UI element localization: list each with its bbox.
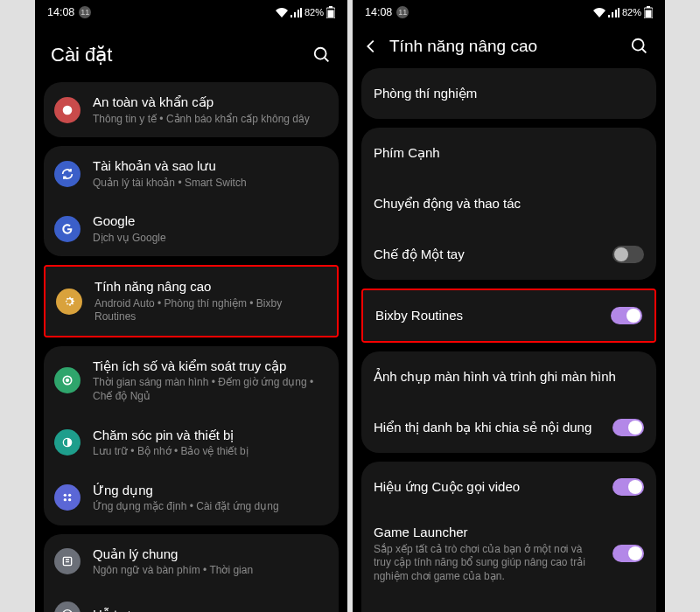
row-support[interactable]: ? Hỗ trợ xyxy=(44,589,339,612)
row-accounts[interactable]: Tài khoản và sao lưu Quản lý tài khoản •… xyxy=(44,146,339,201)
row-sidekey[interactable]: Phím Cạnh xyxy=(361,128,656,178)
general-icon xyxy=(54,548,80,574)
row-subtitle: Ngôn ngữ và bàn phím • Thời gian xyxy=(93,564,326,578)
battery-icon xyxy=(326,6,335,18)
toggle-onehanded[interactable] xyxy=(612,246,644,263)
toggle-bixby-routines[interactable] xyxy=(611,307,642,324)
wifi-icon xyxy=(593,8,606,17)
row-title: Google xyxy=(93,212,326,230)
gear-icon xyxy=(56,289,82,315)
row-google[interactable]: Google Dịch vụ Google xyxy=(44,201,339,256)
row-safety[interactable]: An toàn và khẩn cấp Thông tin y tế • Cản… xyxy=(44,82,339,137)
battery-percent: 82% xyxy=(622,7,641,17)
svg-point-11 xyxy=(64,498,66,501)
row-subtitle: Sắp xếp tất cả trò chơi của bạn ở một nơ… xyxy=(374,543,600,584)
card-input: Phím Cạnh Chuyển động và thao tác Chế độ… xyxy=(361,128,656,280)
phone-right-advanced: 14:08 11 82% Tính năng nâng cao xyxy=(353,0,665,612)
svg-line-22 xyxy=(642,49,647,53)
row-game-launcher[interactable]: Game Launcher Sắp xếp tất cả trò chơi củ… xyxy=(361,512,656,595)
row-title: Phím Cạnh xyxy=(374,144,644,162)
svg-point-3 xyxy=(315,48,326,59)
row-title: Phòng thí nghiệm xyxy=(374,85,644,102)
row-onehanded[interactable]: Chế độ Một tay xyxy=(361,229,656,280)
row-labs[interactable]: Phòng thí nghiệm xyxy=(361,68,656,119)
row-motions[interactable]: Chuyển động và thao tác xyxy=(361,178,656,229)
card-misc: Hiệu ứng Cuộc gọi video Game Launcher Sắ… xyxy=(361,462,656,612)
phone-left-settings: 14:08 11 82% Cài đặt An to xyxy=(35,0,347,612)
row-title: Ảnh chụp màn hình và trình ghi màn hình xyxy=(374,368,644,386)
card-wellbeing: Tiện ích số và kiểm soát truy cập Thời g… xyxy=(44,346,339,525)
row-apps[interactable]: Ứng dụng Ứng dụng mặc định • Cài đặt ứng… xyxy=(44,470,339,525)
search-icon[interactable] xyxy=(312,45,332,65)
apps-icon xyxy=(54,484,80,511)
wellbeing-icon xyxy=(54,367,80,393)
svg-rect-20 xyxy=(646,10,652,18)
row-devicecare[interactable]: Chăm sóc pin và thiết bị Lưu trữ • Bộ nh… xyxy=(44,415,339,470)
row-title: Hiệu ứng Cuộc gọi video xyxy=(374,478,600,496)
row-subtitle: Dịch vụ Google xyxy=(93,232,326,246)
card-safety: An toàn và khẩn cấp Thông tin y tế • Cản… xyxy=(44,82,339,137)
row-subtitle: Thông tin y tế • Cảnh báo khẩn cấp không… xyxy=(93,113,326,127)
row-subtitle: Quản lý tài khoản • Smart Switch xyxy=(93,177,326,191)
row-subtitle: Android Auto • Phòng thí nghiệm • Bixby … xyxy=(94,297,325,324)
row-dual-messenger[interactable]: Dual Messenger xyxy=(361,595,656,612)
notification-count-icon: 11 xyxy=(396,6,409,18)
toggle-share-contacts[interactable] xyxy=(612,419,644,436)
advanced-header: Tính năng nâng cao xyxy=(353,24,665,68)
highlight-bixby: Bixby Routines xyxy=(361,289,656,343)
status-bar: 14:08 11 82% xyxy=(35,0,347,24)
row-title: Quản lý chung xyxy=(93,546,326,563)
back-icon[interactable] xyxy=(361,37,381,56)
toggle-videocall-effects[interactable] xyxy=(612,478,644,496)
card-labs: Phòng thí nghiệm xyxy=(361,68,656,119)
status-bar: 14:08 11 82% xyxy=(353,0,665,24)
signal-icon xyxy=(290,8,302,17)
wifi-icon xyxy=(276,8,288,17)
row-title: Hiển thị danh bạ khi chia sẻ nội dung xyxy=(374,419,600,436)
battery-percent: 82% xyxy=(304,7,324,17)
page-title: Cài đặt xyxy=(51,44,112,66)
settings-header: Cài đặt xyxy=(35,24,347,82)
svg-point-7 xyxy=(66,379,69,382)
row-title: Tài khoản và sao lưu xyxy=(93,157,326,175)
status-time: 14:08 xyxy=(47,6,74,18)
row-title: An toàn và khẩn cấp xyxy=(93,94,326,111)
search-icon[interactable] xyxy=(630,37,649,56)
signal-icon xyxy=(608,8,620,17)
row-advanced-features[interactable]: Tính năng nâng cao Android Auto • Phòng … xyxy=(46,267,337,336)
highlight-advanced: Tính năng nâng cao Android Auto • Phòng … xyxy=(44,265,339,337)
safety-icon xyxy=(54,97,80,123)
row-title: Chuyển động và thao tác xyxy=(374,195,644,212)
card-accounts: Tài khoản và sao lưu Quản lý tài khoản •… xyxy=(44,146,339,256)
devicecare-icon xyxy=(54,429,80,456)
svg-point-5 xyxy=(63,105,73,115)
row-title: Bixby Routines xyxy=(375,307,598,324)
row-title: Tính năng nâng cao xyxy=(94,278,325,296)
card-general: Quản lý chung Ngôn ngữ và bàn phím • Thờ… xyxy=(44,534,339,612)
row-bixby-routines[interactable]: Bixby Routines xyxy=(363,290,654,341)
svg-point-12 xyxy=(68,498,71,501)
row-share-contacts[interactable]: Hiển thị danh bạ khi chia sẻ nội dung xyxy=(361,402,656,453)
row-title: Chế độ Một tay xyxy=(374,246,600,263)
toggle-game-launcher[interactable] xyxy=(612,545,644,562)
battery-icon xyxy=(644,6,653,18)
row-subtitle: Ứng dụng mặc định • Cài đặt ứng dụng xyxy=(93,500,326,514)
row-title: Hỗ trợ xyxy=(93,606,326,612)
advanced-list: Phòng thí nghiệm Phím Cạnh Chuyển động v… xyxy=(353,68,665,612)
row-title: Chăm sóc pin và thiết bị xyxy=(93,427,326,444)
svg-point-21 xyxy=(633,39,644,51)
row-subtitle: Lưu trữ • Bộ nhớ • Bảo vệ thiết bị xyxy=(93,445,326,459)
svg-point-10 xyxy=(68,494,71,497)
row-title: Game Launcher xyxy=(374,524,600,541)
google-icon xyxy=(54,216,80,242)
svg-rect-2 xyxy=(328,10,334,18)
notification-count-icon: 11 xyxy=(79,6,91,18)
row-general[interactable]: Quản lý chung Ngôn ngữ và bàn phím • Thờ… xyxy=(44,534,339,589)
row-screenshot-recorder[interactable]: Ảnh chụp màn hình và trình ghi màn hình xyxy=(361,351,656,402)
svg-point-9 xyxy=(64,494,66,497)
sync-icon xyxy=(54,161,80,187)
svg-line-4 xyxy=(325,58,329,62)
row-videocall-effects[interactable]: Hiệu ứng Cuộc gọi video xyxy=(361,462,656,512)
status-time: 14:08 xyxy=(365,6,392,18)
row-wellbeing[interactable]: Tiện ích số và kiểm soát truy cập Thời g… xyxy=(44,346,339,415)
